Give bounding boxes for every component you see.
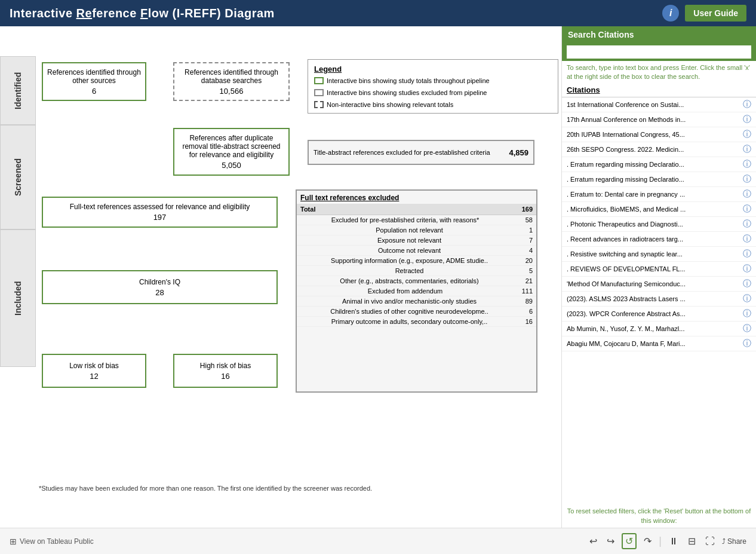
layout-button[interactable]: ⊟ [686,534,698,548]
list-item[interactable]: . Erratum regarding missing Declaratio..… [562,157,756,172]
legend-label-dashed-black: Non-interactive bins showing relevant to… [327,101,453,108]
box-fulltext-excluded[interactable]: Full text references excluded Total 169 … [296,189,537,393]
undo-button[interactable]: ↩ [587,534,600,548]
box-title-abstract-excluded[interactable]: Title-abstract references excluded for p… [308,140,534,165]
box-fulltext-assessed[interactable]: Full-text references assessed for releva… [42,197,278,228]
table-row: Exposure not relevant7 [297,235,536,246]
share-button[interactable]: ⤴ Share [722,537,746,546]
external-link-icon[interactable]: ⓘ [743,293,751,304]
legend-box: Legend Interactive bins showing study to… [308,59,558,114]
box-low-risk[interactable]: Low risk of bias 12 [42,354,146,388]
external-link-icon[interactable]: ⓘ [743,189,751,200]
row-label: Animal in vivo and/or mechanistic-only s… [297,296,514,307]
legend-item-dashed-black: Non-interactive bins showing relevant to… [314,101,453,108]
fulltext-excluded-title: Full text references excluded [297,191,402,204]
list-item[interactable]: Abagiu MM, Cojocaru D, Manta F, Mari...ⓘ [562,336,756,351]
redo-button[interactable]: ↪ [604,534,617,548]
fullscreen-button[interactable]: ⛶ [703,535,717,548]
citation-text: . Erratum to: Dental care in pregnancy .… [567,191,740,198]
box-other-sources[interactable]: References identified through other sour… [42,62,146,101]
external-link-icon[interactable]: ⓘ [743,234,751,244]
external-link-icon[interactable]: ⓘ [743,114,751,125]
list-item[interactable]: . Erratum to: Dental care in pregnancy .… [562,187,756,202]
external-link-icon[interactable]: ⓘ [743,264,751,274]
list-item[interactable]: 1st International Conference on Sustai..… [562,97,756,112]
row-count: 16 [514,317,536,327]
db-searches-count: 10,566 [220,87,244,96]
citations-list: 1st International Conference on Sustai..… [562,97,756,504]
low-risk-label: Low risk of bias [69,362,119,370]
user-guide-button[interactable]: User Guide [685,5,746,22]
after-duplicate-label: References after duplicate removal title… [178,134,285,159]
list-item[interactable]: . REVIEWS OF DEVELOPMENTAL FL...ⓘ [562,262,756,277]
legend-icon-solid [314,77,324,84]
info-button[interactable]: i [662,5,679,22]
external-link-icon[interactable]: ⓘ [743,338,751,349]
reset-button[interactable]: ↺ [622,533,637,549]
list-item[interactable]: . Erratum regarding missing Declaratio..… [562,172,756,187]
row-label: Retracted [297,266,514,276]
list-item[interactable]: . Photonic Therapeutics and Diagnosti...… [562,217,756,232]
external-link-icon[interactable]: ⓘ [743,129,751,140]
row-count: 5 [514,266,536,276]
citations-header: Citations [562,83,756,97]
table-row: Retracted5 [297,266,536,276]
high-risk-label: High risk of bias [200,362,251,370]
row-label: Exposure not relevant [297,235,514,246]
citation-text: . Microfluidics, BioMEMS, and Medical ..… [567,206,740,213]
external-link-icon[interactable]: ⓘ [743,99,751,110]
right-panel: Search Citations To search, type into te… [561,26,756,528]
citation-text: 17th Annual Conference on Methods in... [567,116,740,123]
list-item[interactable]: 20th IUPAB International Congress, 45...… [562,127,756,142]
search-input-row [562,43,756,61]
citation-text: (2023). WPCR Conference Abstract As... [567,310,740,317]
external-link-icon[interactable]: ⓘ [743,144,751,155]
pause-button[interactable]: ⏸ [666,535,681,548]
tableau-link[interactable]: ⊞ View on Tableau Public [10,537,94,546]
toolbar: ↩ ↪ ↺ ↷ | ⏸ ⊟ ⛶ ⤴ Share [587,533,746,549]
search-citations-header: Search Citations [562,26,756,43]
external-link-icon[interactable]: ⓘ [743,174,751,185]
box-db-searches[interactable]: References identified through database s… [173,62,290,101]
row-count: 21 [514,276,536,286]
legend-item-solid: Interactive bins showing study totals th… [314,77,490,84]
forward-button[interactable]: ↷ [641,534,654,548]
header-right: i User Guide [662,5,746,22]
legend-icon-dashed-black [314,101,324,108]
table-row: Primary outcome in adults, secondary out… [297,317,536,327]
list-item[interactable]: . Microfluidics, BioMEMS, and Medical ..… [562,202,756,217]
table-row: Population not relevant1 [297,225,536,235]
external-link-icon[interactable]: ⓘ [743,308,751,319]
external-link-icon[interactable]: ⓘ [743,219,751,229]
reset-hint: To reset selected filters, click the 'Re… [562,504,756,528]
search-input[interactable] [567,45,751,59]
low-risk-count: 12 [90,372,98,381]
box-childrens-iq[interactable]: Children's IQ 28 [42,270,278,304]
citation-text: 26th SESPO Congress. 2022. Medicin... [567,146,740,153]
row-label: Excluded for pre-established criteria, w… [297,215,514,225]
list-item[interactable]: (2023). ASLMS 2023 Abstracts Lasers ...ⓘ [562,292,756,307]
box-high-risk[interactable]: High risk of bias 16 [173,354,278,388]
list-item[interactable]: (2023). WPCR Conference Abstract As...ⓘ [562,307,756,322]
external-link-icon[interactable]: ⓘ [743,278,751,289]
list-item[interactable]: 17th Annual Conference on Methods in...ⓘ [562,112,756,127]
list-item[interactable]: Ab Mumin, N., Yusof, Z. Y. M., Marhazl..… [562,322,756,336]
row-label: Other (e.g., abstracts, commentaries, ed… [297,276,514,286]
list-item[interactable]: . Recent advances in radiotracers targ..… [562,232,756,247]
list-item[interactable]: . Resistive switching and synaptic lear.… [562,247,756,262]
list-item[interactable]: 26th SESPO Congress. 2022. Medicin...ⓘ [562,142,756,157]
citation-text: Ab Mumin, N., Yusof, Z. Y. M., Marhazl..… [567,325,740,332]
title-abstract-excluded-count: 4,859 [509,148,528,157]
box-after-duplicate[interactable]: References after duplicate removal title… [173,128,290,176]
external-link-icon[interactable]: ⓘ [743,204,751,215]
after-duplicate-count: 5,050 [222,161,241,170]
list-item[interactable]: 'Method Of Manufacturing Semiconduc...ⓘ [562,277,756,292]
legend-title: Legend [314,65,552,74]
row-count: 58 [514,215,536,225]
citation-text: 20th IUPAB International Congress, 45... [567,131,740,138]
row-label: Population not relevant [297,225,514,235]
external-link-icon[interactable]: ⓘ [743,159,751,170]
high-risk-count: 16 [221,372,229,381]
external-link-icon[interactable]: ⓘ [743,323,751,334]
external-link-icon[interactable]: ⓘ [743,249,751,259]
